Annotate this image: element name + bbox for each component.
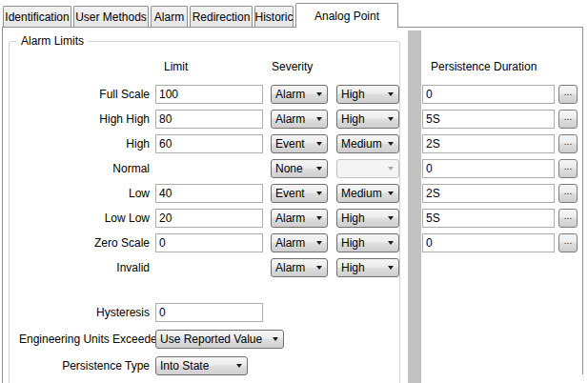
engineering-units-exceeded-row: Engineering Units Exceeded Use Reported … [0, 330, 588, 349]
severity-column-header: Severity [272, 60, 313, 73]
row-label: High High [19, 110, 150, 129]
severity-select[interactable]: Alarm [271, 209, 328, 228]
browse-button[interactable]: ... [558, 159, 578, 178]
tab-user-methods[interactable]: User Methods [73, 6, 149, 27]
browse-button[interactable]: ... [558, 184, 578, 203]
persistence-duration-input[interactable] [422, 85, 555, 104]
tab-historic[interactable]: Historic [254, 6, 294, 27]
dropdown-arrow-icon [388, 142, 394, 146]
dropdown-arrow-icon [316, 142, 322, 146]
groupbox-title: Alarm Limits [17, 34, 88, 48]
dropdown-arrow-icon [388, 241, 394, 245]
severity-select[interactable]: Alarm [271, 233, 328, 252]
alarm-limit-row-zero-scale: Zero Scale Alarm High ... [0, 233, 588, 252]
row-label: Normal [19, 159, 150, 178]
limit-input[interactable] [155, 184, 263, 203]
dropdown-arrow-icon [316, 117, 322, 121]
limit-input[interactable] [155, 110, 263, 129]
severity-level-select[interactable]: Medium [336, 184, 399, 203]
severity-level-select[interactable]: High [336, 209, 399, 228]
limit-input[interactable] [155, 85, 263, 104]
severity-level-select[interactable]: High [336, 233, 399, 252]
row-label: Low Low [19, 209, 150, 228]
dropdown-arrow-icon [388, 192, 394, 195]
alarm-limit-row-full-scale: Full Scale Alarm High ... [0, 85, 588, 104]
tab-page-border [2, 374, 3, 383]
dropdown-arrow-icon [316, 241, 322, 245]
hysteresis-input[interactable] [155, 303, 263, 322]
row-label: Low [19, 184, 150, 203]
dropdown-arrow-icon [388, 117, 394, 121]
row-label: High [19, 134, 150, 153]
severity-level-select-disabled [336, 159, 399, 178]
tab-identification[interactable]: Identification [3, 6, 71, 27]
severity-level-select[interactable]: High [336, 258, 399, 277]
persistence-type-row: Persistence Type Into State [0, 356, 588, 375]
persistence-type-label: Persistence Type [19, 356, 150, 375]
engineering-units-exceeded-select[interactable]: Use Reported Value [155, 330, 284, 349]
engineering-units-exceeded-label: Engineering Units Exceeded [19, 330, 150, 349]
alarm-limit-row-invalid: Invalid Alarm High [0, 258, 588, 277]
browse-button[interactable]: ... [558, 110, 578, 129]
tab-analog-point[interactable]: Analog Point [295, 3, 398, 28]
dropdown-arrow-icon [388, 92, 394, 96]
severity-level-select[interactable]: Medium [336, 134, 399, 153]
alarm-limit-row-low-low: Low Low Alarm High ... [0, 209, 588, 228]
dropdown-arrow-icon [388, 266, 394, 270]
alarm-limit-row-low: Low Event Medium ... [0, 184, 588, 203]
alarm-limit-row-high-high: High High Alarm High ... [0, 110, 588, 129]
dropdown-arrow-icon [388, 167, 394, 171]
persistence-duration-input[interactable] [422, 233, 555, 252]
persistence-duration-input[interactable] [422, 184, 555, 203]
dropdown-arrow-icon [316, 92, 322, 96]
row-label: Full Scale [19, 85, 150, 104]
severity-select[interactable]: Event [271, 134, 328, 153]
browse-button[interactable]: ... [558, 233, 578, 252]
limit-input[interactable] [155, 134, 263, 153]
hysteresis-row: Hysteresis [0, 303, 588, 322]
browse-button[interactable]: ... [558, 85, 578, 104]
dropdown-arrow-icon [316, 192, 322, 195]
persistence-duration-input[interactable] [422, 110, 555, 129]
severity-select[interactable]: Event [271, 184, 328, 203]
persistence-type-select[interactable]: Into State [155, 356, 248, 375]
dropdown-arrow-icon [316, 216, 322, 220]
limit-column-header: Limit [164, 60, 188, 73]
severity-select[interactable]: Alarm [271, 258, 328, 277]
severity-level-select[interactable]: High [336, 110, 399, 129]
severity-select[interactable]: Alarm [271, 85, 328, 104]
dropdown-arrow-icon [316, 167, 322, 171]
tab-alarm[interactable]: Alarm [151, 6, 188, 27]
dropdown-arrow-icon [388, 216, 394, 220]
persistence-duration-input[interactable] [422, 209, 555, 228]
dropdown-arrow-icon [273, 337, 278, 341]
row-label: Invalid [19, 258, 150, 277]
dropdown-arrow-icon [316, 266, 322, 270]
severity-select[interactable]: None [271, 159, 328, 178]
row-label: Zero Scale [19, 233, 150, 252]
limit-input[interactable] [155, 233, 263, 252]
browse-button[interactable]: ... [558, 209, 578, 228]
severity-level-select[interactable]: High [336, 85, 399, 104]
persistence-column-header: Persistence Duration [431, 60, 537, 73]
persistence-duration-input[interactable] [422, 134, 555, 153]
severity-select[interactable]: Alarm [271, 110, 328, 129]
alarm-limit-row-normal: Normal None ... [0, 159, 588, 178]
hysteresis-label: Hysteresis [19, 303, 150, 322]
tab-redirection[interactable]: Redirection [190, 6, 253, 27]
limit-input[interactable] [155, 209, 263, 228]
persistence-duration-input[interactable] [422, 159, 555, 178]
dropdown-arrow-icon [236, 364, 242, 368]
browse-button[interactable]: ... [558, 134, 578, 153]
alarm-limit-row-high: High Event Medium ... [0, 134, 588, 153]
